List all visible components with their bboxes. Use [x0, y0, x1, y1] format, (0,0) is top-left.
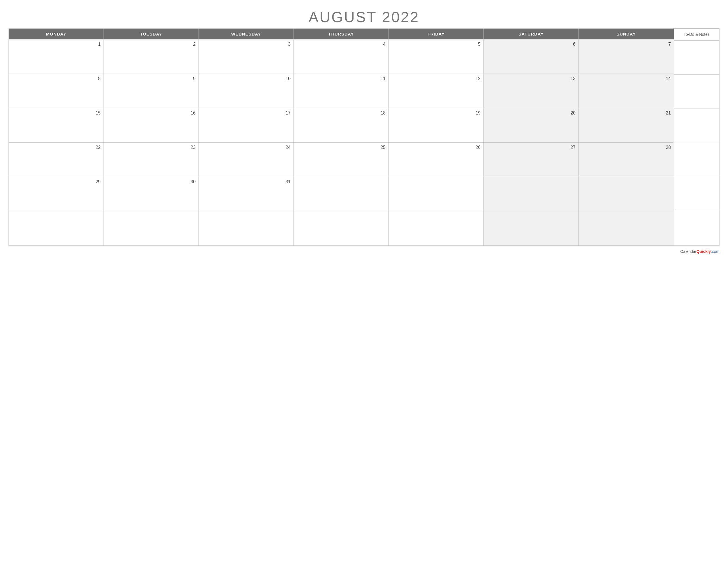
calendar-cell[interactable]: 14 [579, 74, 674, 108]
calendar-cell[interactable]: 30 [104, 177, 199, 211]
day-number: 5 [392, 42, 481, 47]
day-header: SATURDAY [484, 29, 579, 39]
calendar-cell[interactable]: 1 [9, 40, 104, 74]
day-number: 15 [12, 111, 101, 116]
footer-domain-text: .com [711, 249, 719, 254]
day-number: 22 [12, 145, 101, 150]
calendar-row [9, 211, 674, 246]
calendar-cell[interactable]: 17 [199, 108, 294, 142]
calendar-cell[interactable]: 10 [199, 74, 294, 108]
calendar-cell[interactable]: 2 [104, 40, 199, 74]
day-number: 19 [392, 111, 481, 116]
calendar-cell[interactable] [579, 212, 674, 246]
day-number: 31 [202, 179, 291, 185]
calendar-cell[interactable]: 3 [199, 40, 294, 74]
notes-panel: To-Do & Notes [674, 29, 719, 246]
day-number: 7 [582, 42, 671, 47]
day-header: THURSDAY [294, 29, 389, 39]
calendar-cell[interactable]: 11 [294, 74, 389, 108]
calendar-cell[interactable] [9, 212, 104, 246]
calendar-cell[interactable]: 29 [9, 177, 104, 211]
notes-row[interactable] [674, 109, 719, 143]
day-number: 11 [297, 76, 386, 81]
calendar-cell[interactable]: 27 [484, 143, 579, 177]
day-number: 18 [297, 111, 386, 116]
day-number: 26 [392, 145, 481, 150]
calendar-cell[interactable]: 6 [484, 40, 579, 74]
calendar-cell[interactable]: 19 [389, 108, 484, 142]
day-number: 21 [582, 111, 671, 116]
calendar-cell[interactable]: 24 [199, 143, 294, 177]
calendar-cell[interactable]: 9 [104, 74, 199, 108]
calendar-cell[interactable]: 23 [104, 143, 199, 177]
calendar-main: MONDAYTUESDAYWEDNESDAYTHURSDAYFRIDAYSATU… [9, 29, 674, 246]
calendar-cell[interactable]: 7 [579, 40, 674, 74]
calendar-row: 891011121314 [9, 74, 674, 108]
footer: CalendarQuickly.com [9, 249, 719, 254]
calendar-cell[interactable] [199, 212, 294, 246]
calendar-row: 15161718192021 [9, 108, 674, 142]
day-header: MONDAY [9, 29, 104, 39]
calendar-cell[interactable] [389, 177, 484, 211]
day-headers: MONDAYTUESDAYWEDNESDAYTHURSDAYFRIDAYSATU… [9, 29, 674, 39]
day-number: 10 [202, 76, 291, 81]
calendar-cell[interactable] [294, 212, 389, 246]
calendar-cell[interactable] [294, 177, 389, 211]
calendar-cell[interactable]: 28 [579, 143, 674, 177]
day-number: 30 [107, 179, 196, 185]
calendar-row: 1234567 [9, 39, 674, 74]
notes-header: To-Do & Notes [674, 29, 719, 40]
calendar-cell[interactable]: 15 [9, 108, 104, 142]
day-number: 2 [107, 42, 196, 47]
notes-row[interactable] [674, 40, 719, 74]
day-header: TUESDAY [104, 29, 199, 39]
notes-body[interactable] [674, 40, 719, 246]
calendar-cell[interactable]: 16 [104, 108, 199, 142]
calendar-cell[interactable]: 8 [9, 74, 104, 108]
day-number: 4 [297, 42, 386, 47]
calendar-container: MONDAYTUESDAYWEDNESDAYTHURSDAYFRIDAYSATU… [9, 28, 719, 246]
day-number: 14 [582, 76, 671, 81]
day-number: 9 [107, 76, 196, 81]
day-number: 3 [202, 42, 291, 47]
day-number: 13 [487, 76, 576, 81]
calendar-cell[interactable]: 13 [484, 74, 579, 108]
calendar-cell[interactable]: 12 [389, 74, 484, 108]
footer-calendar-text: Calendar [680, 249, 696, 254]
day-number: 23 [107, 145, 196, 150]
day-number: 24 [202, 145, 291, 150]
day-number: 17 [202, 111, 291, 116]
day-number: 28 [582, 145, 671, 150]
notes-row[interactable] [674, 74, 719, 109]
calendar-cell[interactable]: 26 [389, 143, 484, 177]
footer-quickly-text: Quickly [696, 249, 711, 254]
calendar-cell[interactable] [579, 177, 674, 211]
calendar-row: 293031 [9, 177, 674, 211]
calendar-row: 22232425262728 [9, 142, 674, 177]
day-number: 16 [107, 111, 196, 116]
calendar-cell[interactable]: 31 [199, 177, 294, 211]
notes-row[interactable] [674, 211, 719, 245]
day-number: 29 [12, 179, 101, 185]
calendar-cell[interactable]: 4 [294, 40, 389, 74]
day-number: 20 [487, 111, 576, 116]
day-number: 1 [12, 42, 101, 47]
calendar-cell[interactable]: 18 [294, 108, 389, 142]
day-header: SUNDAY [579, 29, 674, 39]
calendar-cell[interactable] [104, 212, 199, 246]
calendar-cell[interactable] [484, 177, 579, 211]
calendar-cell[interactable]: 22 [9, 143, 104, 177]
notes-row[interactable] [674, 143, 719, 177]
day-number: 8 [12, 76, 101, 81]
notes-row[interactable] [674, 177, 719, 211]
day-number: 12 [392, 76, 481, 81]
calendar-cell[interactable] [389, 212, 484, 246]
calendar-cell[interactable]: 5 [389, 40, 484, 74]
calendar-cell[interactable] [484, 212, 579, 246]
day-number: 27 [487, 145, 576, 150]
calendar-cell[interactable]: 25 [294, 143, 389, 177]
calendar-cell[interactable]: 20 [484, 108, 579, 142]
page-title: AUGUST 2022 [9, 9, 719, 26]
calendar-cell[interactable]: 21 [579, 108, 674, 142]
day-number: 6 [487, 42, 576, 47]
